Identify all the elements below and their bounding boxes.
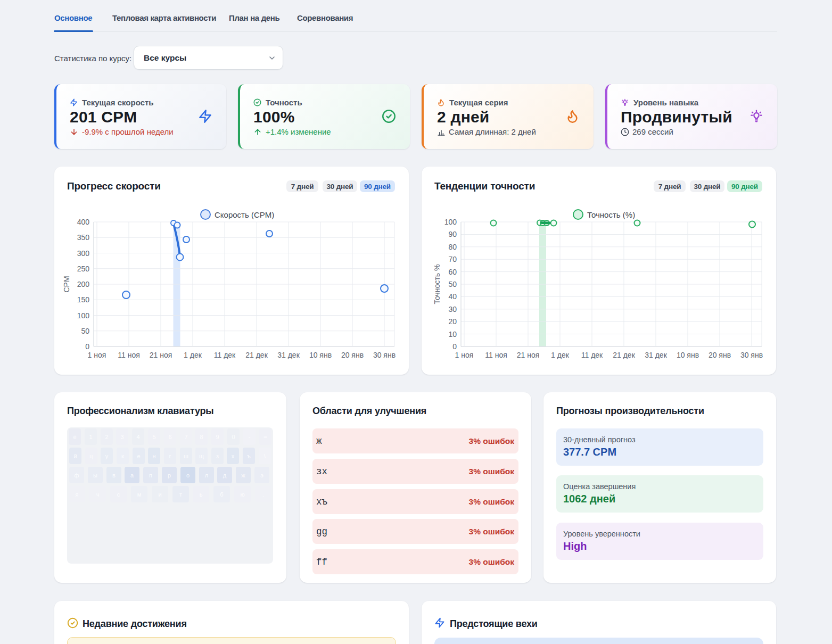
svg-text:50: 50 [448,280,457,288]
svg-text:150: 150 [77,295,90,304]
svg-text:30: 30 [448,305,457,313]
svg-text:CPM: CPM [62,276,71,292]
svg-text:20 янв: 20 янв [341,351,364,359]
svg-text:Точность %: Точность % [433,265,441,304]
svg-text:0: 0 [452,342,457,351]
svg-text:100: 100 [444,218,457,226]
svg-text:80: 80 [448,243,457,251]
svg-text:60: 60 [448,268,457,276]
svg-text:20: 20 [448,317,457,326]
svg-text:20 янв: 20 янв [709,351,731,359]
svg-text:250: 250 [77,265,90,273]
svg-text:90: 90 [448,230,457,238]
svg-text:11 дек: 11 дек [214,351,236,359]
svg-text:100: 100 [77,311,90,320]
svg-text:21 дек: 21 дек [245,351,268,359]
svg-text:10 янв: 10 янв [677,351,699,359]
svg-text:21 ноя: 21 ноя [517,351,540,359]
svg-text:Точность (%): Точность (%) [587,210,635,219]
svg-text:300: 300 [77,249,90,258]
svg-text:0: 0 [85,342,89,351]
svg-text:11 дек: 11 дек [581,351,603,359]
svg-text:31 дек: 31 дек [645,351,667,359]
svg-text:400: 400 [77,218,90,226]
svg-text:1 ноя: 1 ноя [88,351,106,359]
svg-text:10 янв: 10 янв [309,351,332,359]
svg-text:21 дек: 21 дек [613,351,635,359]
svg-text:21 ноя: 21 ноя [150,351,172,359]
svg-text:1 ноя: 1 ноя [455,351,474,359]
svg-text:70: 70 [448,255,457,263]
svg-text:1 дек: 1 дек [551,351,570,359]
svg-text:200: 200 [77,280,90,288]
svg-text:11 ноя: 11 ноя [485,351,507,359]
svg-text:350: 350 [77,233,90,242]
svg-text:Скорость (CPM): Скорость (CPM) [215,210,274,219]
svg-text:11 ноя: 11 ноя [118,351,140,359]
svg-text:1 дек: 1 дек [184,351,202,359]
svg-text:30 янв: 30 янв [740,351,763,359]
svg-text:31 дек: 31 дек [277,351,300,359]
svg-text:30 янв: 30 янв [373,351,396,359]
svg-text:40: 40 [448,292,457,301]
svg-text:10: 10 [448,330,457,338]
svg-text:50: 50 [81,327,89,335]
